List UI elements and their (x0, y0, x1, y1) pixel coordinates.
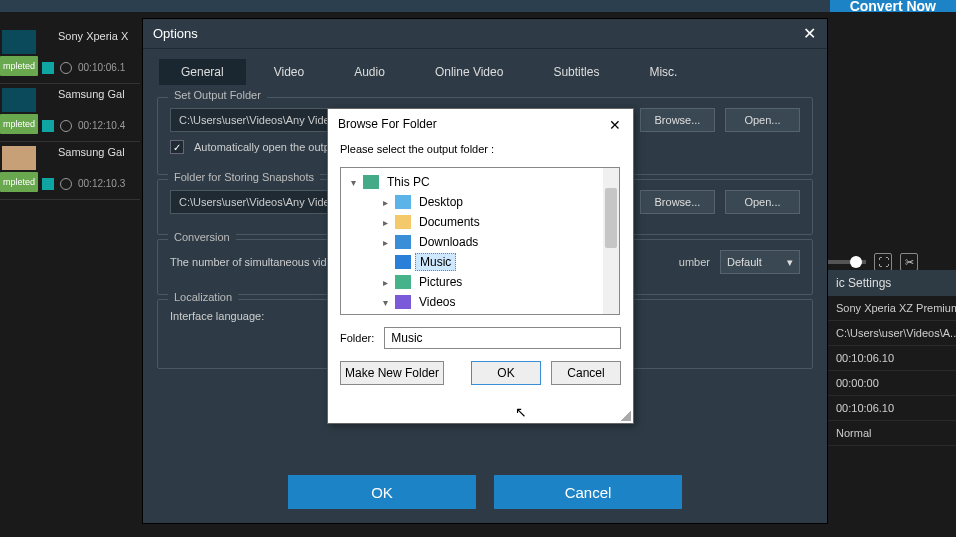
browse-ok-button[interactable]: OK (471, 361, 541, 385)
video-thumb (2, 88, 36, 112)
checkbox-icon[interactable] (42, 62, 54, 74)
open-button[interactable]: Open... (725, 108, 800, 132)
chevron-down-icon: ▾ (787, 256, 793, 269)
slider-thumb[interactable] (850, 256, 862, 268)
info-row: 00:10:06.10 (828, 346, 956, 371)
video-list: mpleted Sony Xperia X 00:10:06.1 mpleted… (0, 26, 140, 200)
expander-icon[interactable]: ▸ (379, 197, 391, 208)
folder-icon (395, 295, 411, 309)
video-title: Sony Xperia X (58, 30, 128, 42)
tree-label: Videos (415, 294, 459, 310)
info-row: 00:10:06.10 (828, 396, 956, 421)
checkbox-icon[interactable] (42, 120, 54, 132)
video-row[interactable]: mpleted Sony Xperia X 00:10:06.1 (0, 26, 140, 84)
browse-title: Browse For Folder (338, 117, 437, 131)
slider[interactable] (826, 260, 866, 264)
video-row[interactable]: mpleted Samsung Gal 00:12:10.4 (0, 84, 140, 142)
browse-titlebar: Browse For Folder ✕ (328, 109, 633, 139)
video-duration: 00:12:10.4 (78, 120, 125, 131)
options-footer: OK Cancel (143, 475, 827, 509)
clock-icon (60, 120, 72, 132)
volume-slider-area: ⛶ ✂ (826, 252, 956, 272)
tree-item-downloads[interactable]: ▸Downloads (341, 232, 619, 252)
tab-online-video[interactable]: Online Video (413, 59, 526, 85)
tab-subtitles[interactable]: Subtitles (531, 59, 621, 85)
tree-item-this-pc[interactable]: ▾This PC (341, 172, 619, 192)
clock-icon (60, 62, 72, 74)
threads-select[interactable]: Default▾ (720, 250, 800, 274)
browse-button[interactable]: Browse... (640, 190, 715, 214)
expander-icon[interactable]: ▸ (379, 217, 391, 228)
video-duration: 00:12:10.3 (78, 178, 125, 189)
info-row: 00:00:00 (828, 371, 956, 396)
folder-row: Folder: (340, 327, 621, 349)
video-thumb (2, 30, 36, 54)
checkbox-icon[interactable] (42, 178, 54, 190)
open-button[interactable]: Open... (725, 190, 800, 214)
options-titlebar: Options ✕ (143, 19, 827, 49)
expander-icon[interactable]: ▸ (379, 237, 391, 248)
expander-icon[interactable]: ▸ (379, 277, 391, 288)
video-thumb (2, 146, 36, 170)
browse-instruction: Please select the output folder : (328, 139, 633, 167)
tree-label: Music (415, 253, 456, 271)
info-header: ic Settings (828, 270, 956, 296)
status-badge: mpleted (0, 172, 38, 192)
group-title: Conversion (168, 231, 236, 243)
tab-general[interactable]: General (159, 59, 246, 85)
folder-icon (395, 255, 411, 269)
folder-name-input[interactable] (384, 327, 621, 349)
tab-row: General Video Audio Online Video Subtitl… (143, 49, 827, 93)
expander-icon[interactable]: ▾ (379, 297, 391, 308)
scrollbar[interactable] (603, 168, 619, 314)
browse-folder-dialog: Browse For Folder ✕ Please select the ou… (327, 108, 634, 424)
folder-tree[interactable]: ▾This PC▸Desktop▸Documents▸DownloadsMusi… (340, 167, 620, 315)
tree-item-videos[interactable]: ▾Videos (341, 292, 619, 312)
tree-label: Documents (415, 214, 484, 230)
resize-grip-icon[interactable] (621, 411, 631, 421)
options-ok-button[interactable]: OK (288, 475, 476, 509)
info-row: Normal (828, 421, 956, 446)
tree-label: This PC (383, 174, 434, 190)
folder-icon (395, 275, 411, 289)
number-label: umber (679, 256, 710, 268)
auto-open-checkbox[interactable] (170, 140, 184, 154)
make-new-folder-button[interactable]: Make New Folder (340, 361, 444, 385)
convert-now-button[interactable]: Convert Now (830, 0, 956, 12)
clock-icon (60, 178, 72, 190)
conversion-label: The number of simultaneous vid (170, 256, 327, 268)
expand-icon[interactable]: ⛶ (874, 253, 892, 271)
language-label: Interface language: (170, 310, 264, 322)
expander-icon[interactable]: ▾ (347, 177, 359, 188)
folder-label: Folder: (340, 332, 374, 344)
tree-item-desktop[interactable]: ▸Desktop (341, 192, 619, 212)
folder-icon (395, 215, 411, 229)
close-icon[interactable]: ✕ (801, 26, 817, 42)
scrollbar-thumb[interactable] (605, 188, 617, 248)
group-title: Set Output Folder (168, 89, 267, 101)
toolbar-strip (0, 0, 956, 12)
browse-button[interactable]: Browse... (640, 108, 715, 132)
browse-cancel-button[interactable]: Cancel (551, 361, 621, 385)
auto-open-label: Automatically open the outp (194, 141, 330, 153)
tree-label: Downloads (415, 234, 482, 250)
tree-item-documents[interactable]: ▸Documents (341, 212, 619, 232)
tree-label: Pictures (415, 274, 466, 290)
tab-misc[interactable]: Misc. (627, 59, 699, 85)
status-badge: mpleted (0, 56, 38, 76)
scissors-icon[interactable]: ✂ (900, 253, 918, 271)
status-badge: mpleted (0, 114, 38, 134)
tab-audio[interactable]: Audio (332, 59, 407, 85)
video-row[interactable]: mpleted Samsung Gal 00:12:10.3 (0, 142, 140, 200)
tree-label: Desktop (415, 194, 467, 210)
video-title: Samsung Gal (58, 88, 125, 100)
video-title: Samsung Gal (58, 146, 125, 158)
info-panel: ic Settings Sony Xperia XZ Premium C:\Us… (828, 270, 956, 446)
options-cancel-button[interactable]: Cancel (494, 475, 682, 509)
tree-item-music[interactable]: Music (341, 252, 619, 272)
group-title: Folder for Storing Snapshots (168, 171, 320, 183)
tree-item-pictures[interactable]: ▸Pictures (341, 272, 619, 292)
folder-icon (363, 175, 379, 189)
tab-video[interactable]: Video (252, 59, 326, 85)
close-icon[interactable]: ✕ (609, 117, 623, 131)
